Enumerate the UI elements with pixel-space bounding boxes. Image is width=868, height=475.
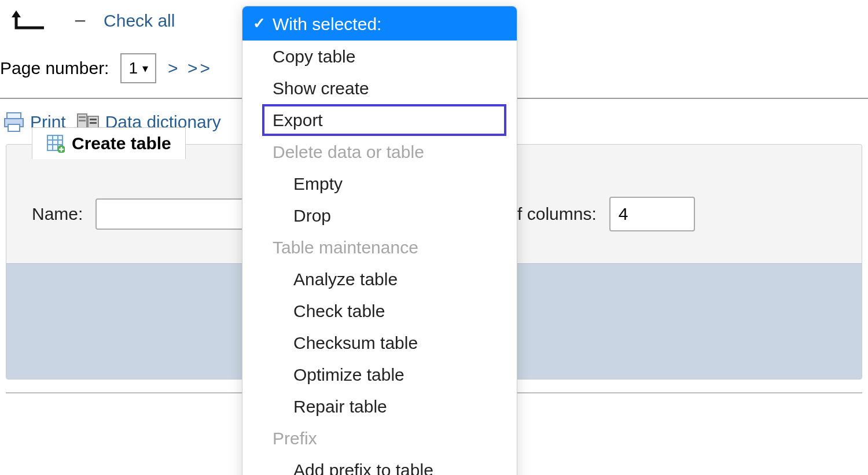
svg-rect-2 <box>8 124 20 131</box>
svg-rect-0 <box>7 113 21 119</box>
svg-rect-7 <box>90 119 97 120</box>
menu-add-prefix[interactable]: Add prefix to table <box>242 454 517 475</box>
columns-label: of columns: <box>507 204 596 224</box>
menu-copy-table[interactable]: Copy table <box>242 40 517 72</box>
menu-analyze[interactable]: Analyze table <box>242 263 517 295</box>
page-number-select[interactable]: 1 ▾ <box>120 53 156 83</box>
menu-with-selected[interactable]: With selected: <box>242 6 517 40</box>
menu-show-create[interactable]: Show create <box>242 72 517 104</box>
menu-repair[interactable]: Repair table <box>242 391 517 422</box>
page-number-label: Page number: <box>0 58 109 78</box>
menu-maint-header: Table maintenance <box>242 231 517 263</box>
menu-delete-header: Delete data or table <box>242 136 517 168</box>
select-up-arrow-icon <box>10 9 45 32</box>
nav-next-link[interactable]: > >> <box>168 58 212 78</box>
name-label: Name: <box>32 204 83 224</box>
check-all-link[interactable]: Check all <box>104 11 175 31</box>
menu-prefix-header: Prefix <box>242 422 517 454</box>
page-number-value: 1 <box>128 59 138 78</box>
menu-check[interactable]: Check table <box>242 295 517 327</box>
menu-empty[interactable]: Empty <box>242 168 517 200</box>
create-table-label: Create table <box>72 134 171 153</box>
menu-drop[interactable]: Drop <box>242 200 517 231</box>
create-table-icon <box>46 134 65 153</box>
menu-optimize[interactable]: Optimize table <box>242 359 517 391</box>
with-selected-dropdown[interactable]: With selected: Copy table Show create Ex… <box>242 6 517 475</box>
minus-icon[interactable]: − <box>74 9 86 33</box>
create-table-tab[interactable]: Create table <box>32 127 186 159</box>
columns-count-input[interactable] <box>609 197 695 231</box>
menu-export[interactable]: Export <box>262 104 506 136</box>
svg-rect-8 <box>90 122 97 124</box>
chevron-down-icon: ▾ <box>142 61 148 75</box>
svg-rect-4 <box>79 116 86 118</box>
svg-rect-5 <box>79 120 86 121</box>
menu-checksum[interactable]: Checksum table <box>242 327 517 359</box>
print-icon <box>3 112 24 132</box>
